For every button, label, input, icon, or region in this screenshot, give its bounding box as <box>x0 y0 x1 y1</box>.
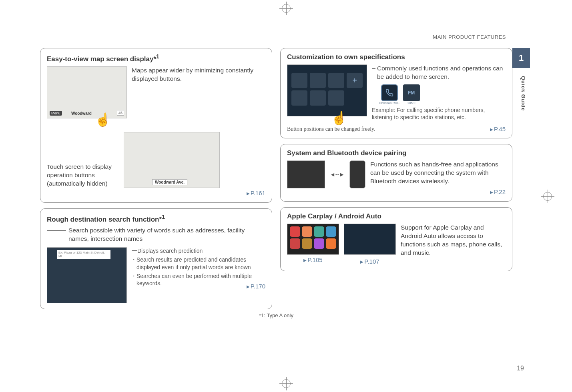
chapter-tab: 1 <box>512 48 530 68</box>
side-chapter-label: Quick Guide <box>520 76 526 111</box>
carplay-desc: Support for Apple Carplay and Android Au… <box>401 224 506 257</box>
phone-image <box>349 160 365 188</box>
search-bullet-1: Search results are predicted and candida… <box>132 256 265 270</box>
page-ref-link[interactable]: P.107 <box>360 258 379 265</box>
carplay-app-icon <box>290 238 300 249</box>
card-title: System and Bluetooth device pairing <box>287 149 506 157</box>
card-map-display: Easy-to-view map screen display*1 Menu W… <box>40 48 272 203</box>
card-title: Apple Carplay / Android Auto <box>287 212 506 220</box>
map-desc-1: Maps appear wider by minimizing constant… <box>132 66 265 83</box>
bluetooth-desc: Functions such as hands-free and applica… <box>370 160 506 186</box>
carplay-app-icon <box>314 226 324 237</box>
app-tile <box>291 73 307 88</box>
carplay-app-icon <box>302 238 312 249</box>
registration-cross <box>286 2 287 15</box>
title-sup: 1 <box>162 214 165 220</box>
customization-desc: Commonly used functions and operations c… <box>377 64 506 81</box>
title-text: Rough destination search function* <box>47 215 162 223</box>
card-title: Easy-to-view map screen display*1 <box>47 53 265 63</box>
map-screenshot-1: Menu Woodward 45 <box>47 66 127 118</box>
registration-cross <box>548 190 548 203</box>
search-subheading: Displays search prediction <box>137 247 203 254</box>
carplay-app-icon <box>290 226 300 237</box>
app-tile <box>328 73 344 88</box>
registration-cross <box>286 377 287 390</box>
car-system-image <box>287 160 325 188</box>
keyboard-screenshot: Ex: Pizza or 123 Main St Detroit, MI <box>47 247 127 303</box>
carplay-app-icon <box>326 238 336 249</box>
customization-note: Button positions can be changed freely. <box>287 126 375 132</box>
speed-indicator: 45 <box>117 110 124 116</box>
add-shortcut-tile: + <box>347 73 363 88</box>
callout-line <box>372 68 375 72</box>
carplay-app-icon <box>314 238 324 249</box>
map-screenshot-2: Woodward Ave. <box>124 132 220 188</box>
callout-line <box>132 250 137 254</box>
map-desc-2: Touch screen to display operation button… <box>47 163 119 188</box>
map-street-label: Woodward <box>71 111 92 116</box>
home-screen-screenshot: + <box>287 64 367 116</box>
title-text: Easy-to-view map screen display* <box>47 55 156 63</box>
page-ref-link[interactable]: P.105 <box>303 256 322 263</box>
fm-shortcut-tile: FM <box>403 84 420 101</box>
carplay-screenshot <box>287 224 339 255</box>
app-tile <box>310 73 326 88</box>
fm-label: FM <box>408 90 415 96</box>
search-bullet-2: Searches can even be performed with mult… <box>132 272 265 287</box>
card-carplay-android: Apple Carplay / Android Auto <box>280 207 512 271</box>
footnote: *1: Type A only <box>40 312 512 318</box>
contact-shortcut-tile <box>381 84 398 101</box>
touch-hand-icon: ☝ <box>95 113 111 126</box>
card-bluetooth-pairing: System and Bluetooth device pairing ◄--►… <box>280 144 512 202</box>
customization-example: Example: For calling specific phone numb… <box>372 106 506 121</box>
touch-hand-icon: ☝ <box>331 112 347 124</box>
search-desc-1: Search possible with variety of words su… <box>68 226 265 243</box>
app-tile <box>291 90 307 106</box>
page-ref-link[interactable]: P.45 <box>490 126 506 132</box>
app-tile <box>310 90 326 106</box>
card-destination-search: Rough destination search function*1 Sear… <box>40 208 272 310</box>
callout-line <box>47 230 66 238</box>
card-customization: Customization to own specifications + <box>280 48 512 138</box>
search-field: Ex: Pizza or 123 Main St Detroit, MI <box>57 250 110 259</box>
map-menu-label: Menu <box>50 111 62 116</box>
android-auto-screenshot <box>344 224 396 255</box>
right-column: Customization to own specifications + <box>280 48 512 309</box>
bidirectional-arrow-icon: ◄--► <box>330 171 345 178</box>
left-column: Easy-to-view map screen display*1 Menu W… <box>40 48 272 309</box>
card-title: Customization to own specifications <box>287 53 506 61</box>
carplay-app-icon <box>326 226 336 237</box>
fm-freq-label: 105.9 <box>403 101 420 105</box>
tile-contact-label: Christian Risl.. <box>379 101 400 105</box>
title-sup: 1 <box>156 53 159 60</box>
page-ref-link[interactable]: P.161 <box>247 190 265 196</box>
carplay-app-icon <box>302 226 312 237</box>
page-ref-link[interactable]: P.22 <box>490 188 506 195</box>
card-title: Rough destination search function*1 <box>47 214 265 224</box>
map-street-label-2: Woodward Ave. <box>152 179 187 185</box>
page-number: 19 <box>517 365 524 372</box>
app-tile <box>328 90 344 106</box>
